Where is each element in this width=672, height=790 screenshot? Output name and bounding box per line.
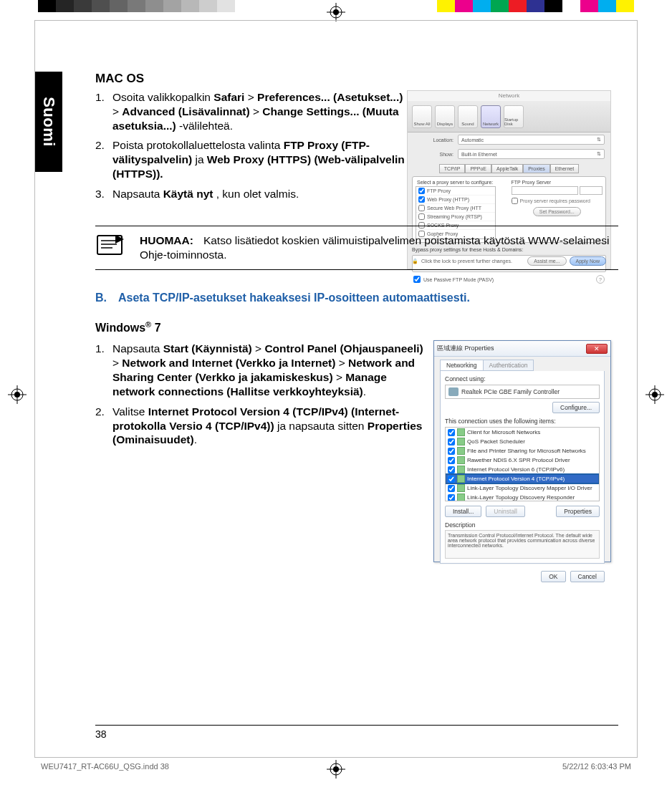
note-body: Katso lisätiedot koskien välimuistipalve… xyxy=(140,234,609,261)
macos-tab[interactable]: PPPoE xyxy=(465,164,491,173)
macos-text-column: 1.Osoita valikkopalkin Safari > Preferen… xyxy=(95,90,411,201)
macos-toolbar-button[interactable]: Network xyxy=(481,105,501,128)
win7-panel: Connect using: Realtek PCIe GBE Family C… xyxy=(440,371,605,564)
win7-list-item[interactable]: File and Printer Sharing for Microsoft N… xyxy=(446,446,599,456)
swatch xyxy=(580,0,598,12)
swatch xyxy=(473,0,491,12)
macos-steps-list: 1.Osoita valikkopalkin Safari > Preferen… xyxy=(95,90,411,201)
checkbox[interactable] xyxy=(448,494,455,501)
macos-proxy-select-label: Select a proxy server to configure: xyxy=(416,180,507,186)
macos-show-select[interactable]: Built-in Ethernet⇅ xyxy=(458,149,605,159)
macos-proxy-server-label: FTP Proxy Server xyxy=(512,180,603,185)
checkbox[interactable] xyxy=(418,196,425,203)
swatch xyxy=(235,0,253,12)
macos-tab[interactable]: Ethernet xyxy=(550,164,579,173)
step-item: 1.Osoita valikkopalkin Safari > Preferen… xyxy=(95,90,411,133)
macos-location-label: Location: xyxy=(413,138,453,143)
step-item: 1.Napsauta Start (Käynnistä) > Control P… xyxy=(95,342,432,398)
language-sidetab-label: Suomi xyxy=(39,97,58,147)
section-b-letter: B. xyxy=(95,292,108,304)
page-number: 38 xyxy=(95,728,107,740)
win7-properties-button[interactable]: Properties xyxy=(556,506,600,517)
swatch xyxy=(128,0,145,12)
macos-proxy-list-item[interactable]: Secure Web Proxy (HTT xyxy=(416,204,495,213)
swatch xyxy=(56,0,74,12)
registered-mark: ® xyxy=(145,320,151,329)
checkbox[interactable] xyxy=(418,213,425,220)
macos-passive-ftp-checkbox[interactable] xyxy=(413,276,421,283)
win7-section: Windows® 7 1.Napsauta Start (Käynnistä) … xyxy=(95,320,624,447)
swatch xyxy=(181,0,199,12)
win7-connect-label: Connect using: xyxy=(445,375,600,382)
macos-tab[interactable]: Proxies xyxy=(523,164,549,173)
checkbox[interactable] xyxy=(448,457,455,464)
checkbox[interactable] xyxy=(448,448,455,455)
win7-uninstall-button[interactable]: Uninstall xyxy=(486,506,525,517)
swatch xyxy=(455,0,473,12)
win7-list-item[interactable]: Internet Protocol Version 4 (TCP/IPv4) xyxy=(446,474,599,483)
checkbox[interactable] xyxy=(448,485,455,492)
swatch xyxy=(92,0,110,12)
footer-filename: WEU7417_RT-AC66U_QSG.indd 38 xyxy=(41,762,169,771)
macos-proxy-pw-checkbox[interactable] xyxy=(512,198,518,204)
win7-list-item[interactable]: Link-Layer Topology Discovery Responder xyxy=(446,493,599,501)
macos-set-password-button[interactable]: Set Password... xyxy=(533,207,581,216)
swatch xyxy=(74,0,92,12)
win7-tab-authentication[interactable]: Authentication xyxy=(483,360,534,371)
language-sidetab: Suomi xyxy=(35,72,62,172)
win7-ok-button[interactable]: OK xyxy=(541,571,565,582)
macos-toolbar-button[interactable]: Sound xyxy=(458,105,478,128)
win7-list-item[interactable]: QoS Packet Scheduler xyxy=(446,437,599,446)
checkbox[interactable] xyxy=(448,466,455,473)
swatch xyxy=(110,0,128,12)
note-box: HUOMAA:Katso lisätiedot koskien välimuis… xyxy=(95,226,618,270)
win7-install-button[interactable]: Install... xyxy=(445,506,481,517)
chevron-updown-icon: ⇅ xyxy=(597,151,601,157)
swatch xyxy=(437,0,455,12)
registration-mark-top xyxy=(327,3,345,21)
macos-proxy-host-input[interactable] xyxy=(512,186,578,195)
macos-proxy-port-input[interactable] xyxy=(580,186,603,195)
step-number: 3. xyxy=(95,187,105,201)
macos-proxy-list-item[interactable]: FTP Proxy xyxy=(416,187,495,196)
macos-toolbar-button[interactable]: Show All xyxy=(412,105,432,128)
win7-list-item[interactable]: Link-Layer Topology Discovery Mapper I/O… xyxy=(446,483,599,493)
checkbox[interactable] xyxy=(448,476,455,483)
checkbox[interactable] xyxy=(448,438,455,445)
protocol-icon xyxy=(457,428,465,436)
note-lead: HUOMAA: xyxy=(140,234,193,246)
win7-list-item[interactable]: Client for Microsoft Networks xyxy=(446,428,599,437)
win7-configure-button[interactable]: Configure... xyxy=(552,402,600,413)
win7-items-list[interactable]: Client for Microsoft NetworksQoS Packet … xyxy=(445,427,600,501)
macos-location-select[interactable]: Automatic⇅ xyxy=(458,135,605,145)
swatch xyxy=(616,0,634,12)
step-item: 2.Poista protokollaluettelosta valinta F… xyxy=(95,138,411,180)
macos-proxy-list-item[interactable]: Web Proxy (HTTP) xyxy=(416,196,495,204)
macos-toolbar-button[interactable]: Startup Disk xyxy=(504,105,524,128)
win7-tab-networking[interactable]: Networking xyxy=(440,360,484,371)
protocol-icon xyxy=(457,484,465,492)
checkbox[interactable] xyxy=(448,429,455,436)
close-icon[interactable]: ✕ xyxy=(586,344,608,354)
macos-tab[interactable]: AppleTalk xyxy=(491,164,523,173)
win7-uses-label: This connection uses the following items… xyxy=(445,418,600,425)
macos-tab[interactable]: TCP/IP xyxy=(439,164,466,173)
win7-list-item[interactable]: Rawether NDIS 6.X SPR Protocol Driver xyxy=(446,456,599,465)
chevron-updown-icon: ⇅ xyxy=(597,137,601,143)
swatch xyxy=(598,0,616,12)
grayscale-bar xyxy=(38,0,253,12)
win7-cancel-button[interactable]: Cancel xyxy=(570,571,605,582)
win7-list-item[interactable]: Internet Protocol Version 6 (TCP/IPv6) xyxy=(446,465,599,474)
help-icon[interactable]: ? xyxy=(596,275,605,284)
section-b-title: Aseta TCP/IP-asetukset hakeaksesi IP-oso… xyxy=(118,292,470,304)
macos-show-label: Show: xyxy=(413,152,453,157)
page-number-rule xyxy=(95,725,618,726)
macos-proxy-list-item[interactable]: Streaming Proxy (RTSP) xyxy=(416,213,495,221)
checkbox[interactable] xyxy=(418,188,425,194)
macos-toolbar-button[interactable]: Displays xyxy=(435,105,455,128)
section-b-heading: B. Aseta TCP/IP-asetukset hakeaksesi IP-… xyxy=(95,292,624,304)
swatch xyxy=(562,0,580,12)
protocol-icon xyxy=(457,456,465,464)
win7-desc-text: Transmission Control Protocol/Internet P… xyxy=(445,530,600,559)
checkbox[interactable] xyxy=(418,205,425,211)
